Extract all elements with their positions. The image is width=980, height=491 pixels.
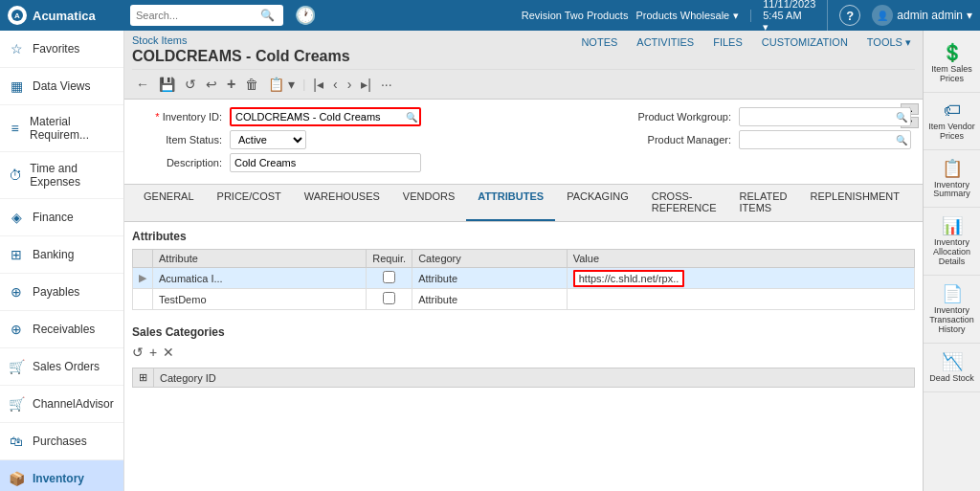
- tab-attributes[interactable]: ATTRIBUTES: [466, 185, 555, 221]
- row1-value-text[interactable]: https://c.shld.net/rpx..: [573, 270, 685, 287]
- row2-expand: [133, 289, 153, 310]
- sidebar: ☆ Favorites ▦ Data Views ≡ Material Requ…: [0, 31, 124, 491]
- tab-pricecost[interactable]: PRICE/COST: [206, 185, 293, 221]
- row2-attribute: TestDemo: [153, 289, 367, 310]
- right-sidebar-item-inventory-allocation[interactable]: 📊 Inventory Allocation Details: [924, 208, 980, 276]
- last-button[interactable]: ▸|: [357, 75, 375, 94]
- row2-required[interactable]: [367, 289, 412, 310]
- sidebar-item-purchases[interactable]: 🛍 Purchases: [0, 423, 123, 460]
- tab-vendors[interactable]: VENDORS: [391, 185, 466, 221]
- inventory-id-input[interactable]: [230, 107, 421, 126]
- revision-chevron: ▾: [733, 10, 739, 22]
- row2-category: Attribute: [412, 289, 568, 310]
- sidebar-label-purchases: Purchases: [33, 435, 87, 448]
- product-workgroup-container: 🔍: [739, 107, 911, 126]
- right-sidebar-item-inventory-summary[interactable]: 📋 Inventory Summary: [924, 150, 980, 209]
- tabs-bar: GENERAL PRICE/COST WAREHOUSES VENDORS AT…: [124, 185, 923, 222]
- product-manager-search-icon[interactable]: 🔍: [896, 135, 907, 145]
- sidebar-label-finance: Finance: [33, 211, 74, 224]
- right-sidebar-item-sales-prices[interactable]: 💲 Item Sales Prices: [924, 34, 980, 93]
- sales-cat-refresh-button[interactable]: ↺: [132, 345, 144, 360]
- search-input[interactable]: [136, 10, 260, 21]
- attributes-table: Attribute Requir. Category Value ▶ Acuma…: [132, 249, 915, 310]
- clock-icon[interactable]: 🕐: [295, 5, 316, 26]
- first-button[interactable]: |◂: [309, 75, 327, 94]
- sidebar-item-payables[interactable]: ⊕ Payables: [0, 274, 123, 311]
- row1-expand[interactable]: ▶: [133, 268, 153, 289]
- logo-area[interactable]: A Acumatica: [8, 6, 122, 25]
- description-row: Description:: [136, 153, 911, 172]
- product-workgroup-search-icon[interactable]: 🔍: [896, 112, 907, 123]
- next-button[interactable]: ›: [344, 75, 356, 94]
- sidebar-item-dataviews[interactable]: ▦ Data Views: [0, 68, 123, 105]
- dataviews-icon: ▦: [8, 78, 25, 95]
- inventory-id-label: Inventory ID:: [136, 111, 222, 123]
- tab-deferral[interactable]: DEFERRAL: [911, 185, 923, 221]
- inventory-id-row: Inventory ID: 🔍 Product Workgroup: 🔍: [136, 107, 911, 126]
- date-text: 11/11/2023: [763, 0, 815, 10]
- sidebar-item-banking[interactable]: ⊞ Banking: [0, 236, 123, 274]
- discard-button[interactable]: ↺: [181, 75, 200, 94]
- inventory-id-search-icon[interactable]: 🔍: [406, 112, 417, 123]
- product-manager-input[interactable]: [739, 130, 911, 149]
- sidebar-item-salesorders[interactable]: 🛒 Sales Orders: [0, 348, 123, 386]
- row2-required-checkbox[interactable]: [383, 292, 395, 304]
- grid-area: Attributes Attribute Requir. Category Va…: [124, 222, 923, 491]
- payables-icon: ⊕: [8, 283, 25, 301]
- tools-tab[interactable]: TOOLS ▾: [863, 34, 915, 51]
- breadcrumb[interactable]: Stock Items: [132, 34, 350, 46]
- dead-stock-icon: 📉: [942, 351, 963, 372]
- tab-relateditems[interactable]: RELATED ITEMS: [728, 185, 799, 221]
- user-info[interactable]: 👤 admin admin ▾: [872, 5, 972, 26]
- help-button[interactable]: ?: [839, 5, 860, 26]
- prev-button[interactable]: ‹: [329, 75, 342, 94]
- back-button[interactable]: ←: [132, 75, 153, 94]
- sidebar-item-receivables[interactable]: ⊕ Receivables: [0, 311, 123, 348]
- sales-cat-delete-button[interactable]: ✕: [163, 345, 174, 360]
- sidebar-item-finance[interactable]: ◈ Finance: [0, 199, 123, 236]
- revision-info[interactable]: Revision Two Products Products Wholesale…: [522, 10, 752, 22]
- search-button[interactable]: 🔍: [260, 9, 275, 22]
- sidebar-item-channeladvisor[interactable]: 🛒 ChannelAdvisor: [0, 386, 123, 423]
- datetime-info[interactable]: 11/11/2023 5:45 AM ▾: [763, 0, 828, 33]
- row1-required[interactable]: [367, 268, 412, 289]
- description-input[interactable]: [230, 153, 421, 172]
- tab-warehouses[interactable]: WAREHOUSES: [293, 185, 391, 221]
- sales-cat-add-button[interactable]: +: [149, 345, 157, 360]
- acumatica-logo: A: [8, 6, 27, 25]
- clock-area[interactable]: 🕐: [295, 5, 316, 26]
- tab-packaging[interactable]: PACKAGING: [555, 185, 640, 221]
- inventory-summary-label: Inventory Summary: [927, 181, 976, 200]
- activities-tab[interactable]: ACTIVITIES: [633, 34, 698, 51]
- search-bar[interactable]: 🔍: [130, 5, 283, 26]
- table-row[interactable]: TestDemo Attribute: [133, 289, 915, 310]
- sidebar-item-timeexpenses[interactable]: ⏱ Time and Expenses: [0, 152, 123, 199]
- row1-required-checkbox[interactable]: [383, 271, 395, 283]
- user-chevron: ▾: [967, 9, 972, 22]
- tab-crossref[interactable]: CROSS-REFERENCE: [640, 185, 728, 221]
- customization-tab[interactable]: CUSTOMIZATION: [758, 34, 852, 51]
- delete-button[interactable]: 🗑: [241, 75, 262, 94]
- sidebar-item-favorites[interactable]: ☆ Favorites: [0, 31, 123, 68]
- sidebar-item-inventory[interactable]: 📦 Inventory: [0, 460, 123, 491]
- add-button[interactable]: +: [223, 74, 239, 95]
- right-sidebar: 💲 Item Sales Prices 🏷 Item Vendor Prices…: [923, 31, 980, 491]
- right-sidebar-item-dead-stock[interactable]: 📉 Dead Stock: [924, 344, 980, 392]
- undo-button[interactable]: ↩: [202, 75, 221, 94]
- notes-tab[interactable]: NOTES: [577, 34, 621, 51]
- table-row[interactable]: ▶ Acumatica I... Attribute https://c.shl…: [133, 268, 915, 289]
- tab-replenishment[interactable]: REPLENISHMENT: [798, 185, 911, 221]
- save-button[interactable]: 💾: [155, 75, 179, 94]
- product-workgroup-input[interactable]: [739, 107, 911, 126]
- files-tab[interactable]: FILES: [709, 34, 746, 51]
- item-status-select[interactable]: Active Inactive: [230, 130, 306, 149]
- right-sidebar-item-vendor-prices[interactable]: 🏷 Item Vendor Prices: [924, 93, 980, 150]
- tab-general[interactable]: GENERAL: [132, 185, 206, 221]
- sales-categories-title: Sales Categories: [132, 325, 225, 339]
- sidebar-item-materialreq[interactable]: ≡ Material Requirem...: [0, 105, 123, 152]
- time-icon: ⏱: [8, 167, 22, 184]
- copy-button[interactable]: 📋 ▾: [264, 75, 299, 94]
- sidebar-label-timeexpenses: Time and Expenses: [30, 162, 116, 189]
- right-sidebar-item-inventory-transaction[interactable]: 📄 Inventory Transaction History: [924, 276, 980, 344]
- more-button[interactable]: ···: [377, 75, 396, 94]
